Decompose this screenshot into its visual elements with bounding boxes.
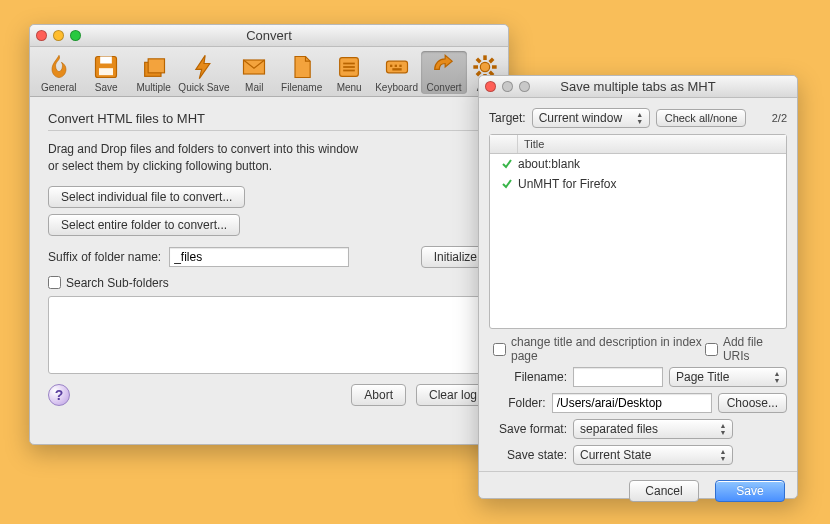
- toolbar: General Save Multiple Quick Save Mail Fi…: [30, 47, 508, 97]
- change-title-check[interactable]: change title and description in index pa…: [493, 335, 705, 363]
- instruction-text: Drag and Drop files and folders to conve…: [48, 141, 490, 176]
- bolt-icon: [190, 53, 218, 81]
- svg-line-20: [477, 59, 481, 63]
- target-label: Target:: [489, 111, 526, 125]
- toolbar-mail[interactable]: Mail: [232, 51, 277, 94]
- svg-rect-4: [148, 59, 164, 73]
- save-icon: [92, 53, 120, 81]
- format-select[interactable]: separated files ▲▼: [573, 419, 733, 439]
- list-header: Title: [490, 135, 786, 154]
- chevron-updown-icon: ▲▼: [717, 448, 729, 462]
- stack-icon: [140, 53, 168, 81]
- checkbox-icon[interactable]: [493, 343, 506, 356]
- chevron-updown-icon: ▲▼: [634, 111, 646, 125]
- list-item[interactable]: UnMHT for Firefox: [490, 174, 786, 194]
- convert-window: Convert General Save Multiple Quick Save…: [29, 24, 509, 445]
- file-icon: [288, 53, 316, 81]
- content-area: Convert HTML files to MHT Drag and Drop …: [30, 97, 508, 418]
- filename-label: Filename:: [489, 370, 567, 384]
- svg-rect-2: [99, 68, 113, 75]
- close-icon[interactable]: [36, 30, 47, 41]
- checkbox-icon[interactable]: [705, 343, 718, 356]
- filename-input[interactable]: [573, 367, 663, 387]
- mail-icon: [240, 53, 268, 81]
- select-file-button[interactable]: Select individual file to convert...: [48, 186, 245, 208]
- dialog-buttons: Cancel Save: [479, 471, 797, 514]
- svg-rect-11: [390, 65, 392, 67]
- close-icon[interactable]: [485, 81, 496, 92]
- divider: [48, 130, 490, 131]
- filename-mode-select[interactable]: Page Title ▲▼: [669, 367, 787, 387]
- abort-button[interactable]: Abort: [351, 384, 406, 406]
- toolbar-multiple[interactable]: Multiple: [131, 51, 176, 94]
- help-button[interactable]: ?: [48, 384, 70, 406]
- minimize-icon[interactable]: [53, 30, 64, 41]
- svg-rect-1: [100, 57, 112, 64]
- state-label: Save state:: [489, 448, 567, 462]
- toolbar-save[interactable]: Save: [83, 51, 128, 94]
- toolbar-convert[interactable]: Convert: [421, 51, 466, 94]
- chevron-updown-icon: ▲▼: [717, 422, 729, 436]
- svg-rect-13: [399, 65, 401, 67]
- chevron-updown-icon: ▲▼: [771, 370, 783, 384]
- svg-rect-14: [392, 68, 401, 70]
- menu-icon: [335, 53, 363, 81]
- add-uris-check[interactable]: Add file URIs: [705, 335, 783, 363]
- traffic-lights[interactable]: [36, 30, 81, 41]
- toolbar-filename[interactable]: Filename: [279, 51, 324, 94]
- folder-input[interactable]: [552, 393, 712, 413]
- section-title: Convert HTML files to MHT: [48, 111, 490, 126]
- suffix-label: Suffix of folder name:: [48, 250, 161, 264]
- toolbar-general[interactable]: General: [36, 51, 81, 94]
- check-icon: [496, 158, 518, 170]
- flame-icon: [45, 53, 73, 81]
- target-select[interactable]: Current window ▲▼: [532, 108, 650, 128]
- save-button[interactable]: Save: [715, 480, 785, 502]
- toolbar-keyboard[interactable]: Keyboard: [374, 51, 419, 94]
- folder-label: Folder:: [489, 396, 546, 410]
- list-item[interactable]: about:blank: [490, 154, 786, 174]
- svg-line-23: [490, 59, 494, 63]
- svg-rect-12: [394, 65, 396, 67]
- selection-count: 2/2: [772, 112, 787, 124]
- cancel-button[interactable]: Cancel: [629, 480, 699, 502]
- suffix-input[interactable]: [169, 247, 349, 267]
- traffic-lights[interactable]: [485, 81, 530, 92]
- tab-list[interactable]: Title about:blank UnMHT for Firefox: [489, 134, 787, 329]
- toolbar-quicksave[interactable]: Quick Save: [178, 51, 229, 94]
- titlebar[interactable]: Save multiple tabs as MHT: [479, 76, 797, 98]
- format-label: Save format:: [489, 422, 567, 436]
- state-select[interactable]: Current State ▲▼: [573, 445, 733, 465]
- convert-icon: [430, 53, 458, 81]
- save-tabs-window: Save multiple tabs as MHT Target: Curren…: [478, 75, 798, 499]
- search-subfolders-check[interactable]: Search Sub-folders: [48, 276, 490, 290]
- choose-button[interactable]: Choose...: [718, 393, 787, 413]
- window-title: Convert: [30, 28, 508, 43]
- check-icon: [496, 178, 518, 190]
- svg-point-15: [481, 62, 490, 71]
- zoom-icon[interactable]: [70, 30, 81, 41]
- log-output: [48, 296, 490, 374]
- keyboard-icon: [383, 53, 411, 81]
- zoom-icon: [519, 81, 530, 92]
- select-folder-button[interactable]: Select entire folder to convert...: [48, 214, 240, 236]
- check-all-button[interactable]: Check all/none: [656, 109, 747, 127]
- checkbox-icon[interactable]: [48, 276, 61, 289]
- titlebar[interactable]: Convert: [30, 25, 508, 47]
- minimize-icon: [502, 81, 513, 92]
- toolbar-menu[interactable]: Menu: [326, 51, 371, 94]
